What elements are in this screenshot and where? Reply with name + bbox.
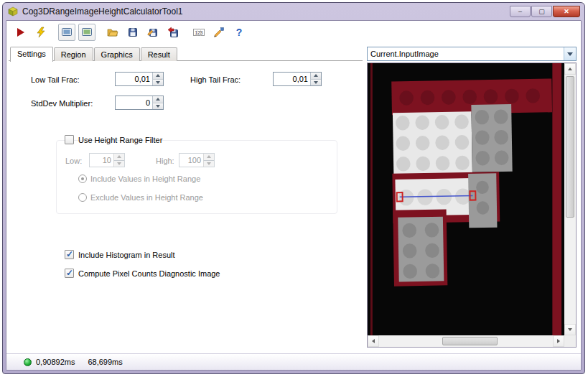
tab-graphics[interactable]: Graphics [94,47,140,61]
spin-up-button [203,154,214,161]
include-values-radio [78,174,87,183]
floppy-pen-icon [147,27,159,38]
spin-up-button[interactable] [152,96,163,103]
open-folder-icon [107,27,118,38]
image-window-icon [81,27,93,38]
low-label: Low: [65,157,82,165]
save-as-button[interactable] [144,24,162,41]
vertical-scrollbar[interactable] [564,63,576,335]
low-input: 10 [89,153,125,167]
minimize-button[interactable]: – [510,6,531,17]
maximize-button[interactable]: ▢ [531,6,552,17]
arrow-up-icon [568,68,572,70]
main-area: Settings Region Graphics Result Low Tail… [6,44,581,353]
maroon-left-strip [370,63,373,335]
spin-down-button[interactable] [152,80,163,86]
execution-time: 0,90892ms [36,358,75,366]
app-icon [7,6,19,17]
image-display [367,62,577,348]
include-values-label: Include Values in Height Range [90,174,200,183]
high-label: High: [156,157,174,165]
low-tail-frac-input[interactable]: 0,01 [115,72,164,86]
stddev-multiplier-input[interactable]: 0 [115,96,164,110]
total-time: 68,699ms [88,358,122,366]
pixel-grid-icon: 123 [193,27,205,38]
settings-panel: Low Tail Frac: 0,01 High Tail Frac: 0,01… [9,60,363,348]
stddev-multiplier-value: 0 [116,96,152,109]
graphics-tool-button[interactable] [210,24,228,41]
spin-down-button[interactable] [310,80,321,86]
pixel-values-button[interactable]: 123 [190,24,207,41]
include-histogram-label: Include Histogram in Result [78,251,175,259]
chevron-down-icon[interactable] [564,47,576,60]
high-tail-frac-label: High Tail Frac: [190,75,241,84]
minimize-icon: – [518,9,522,15]
left-panel: Settings Region Graphics Result Low Tail… [6,44,363,348]
record-selector-value: Current.InputImage [368,50,564,58]
show-current-image-button[interactable] [78,24,95,41]
low-value: 10 [90,154,113,167]
floppy-import-icon [167,27,179,38]
spin-down-button [203,161,214,167]
spin-up-button [113,154,124,161]
compute-pixel-counts-label: Compute Pixel Counts Diagnostic Image [78,269,220,278]
horizontal-scrollbar[interactable] [368,335,564,347]
open-button[interactable] [104,24,121,41]
close-icon: ✕ [564,9,569,15]
help-icon: ? [236,27,243,38]
arrow-down-icon [568,328,572,331]
maximize-icon: ▢ [538,9,545,15]
horizontal-scroll-thumb[interactable] [442,337,498,345]
status-led-icon [24,358,32,366]
exclude-values-radio [78,193,87,202]
client-area: 123 ? Set [6,20,582,371]
scroll-left-button[interactable] [368,335,379,347]
scroll-down-button[interactable] [564,324,576,335]
electric-run-button[interactable] [32,24,50,41]
close-button[interactable]: ✕ [553,6,580,17]
arrow-left-icon [372,339,375,343]
low-tail-frac-value: 0,01 [116,73,152,85]
show-lastrun-image-button[interactable] [58,24,75,41]
range-image-canvas[interactable] [368,63,564,335]
tab-settings[interactable]: Settings [10,47,53,62]
spin-down-button[interactable] [152,103,163,110]
maroon-right-strip [552,63,561,335]
high-tail-frac-input[interactable]: 0,01 [273,72,322,86]
svg-text:123: 123 [195,30,203,35]
include-histogram-checkbox[interactable] [65,250,74,259]
toolbar: 123 ? [6,21,581,44]
run-icon [15,27,27,38]
use-height-range-filter-label: Use Height Range Filter [78,136,162,144]
floppy-icon [127,27,139,38]
run-button[interactable] [12,24,29,41]
low-tail-frac-label: Low Tail Frac: [31,75,80,84]
record-selector[interactable]: Current.InputImage [367,47,577,61]
scroll-up-button[interactable] [564,63,576,75]
tab-region[interactable]: Region [54,47,93,61]
tool-window: Cog3DRangeImageHeightCalculatorTool1 – ▢… [2,2,585,374]
scroll-right-button[interactable] [553,335,564,347]
help-button[interactable]: ? [230,24,248,41]
stddev-multiplier-label: StdDev Multiplier: [31,99,93,108]
high-tail-frac-value: 0,01 [274,73,310,85]
arrow-right-icon [557,339,560,343]
spin-up-button[interactable] [310,73,321,80]
pencil-icon [213,27,225,38]
spin-up-button[interactable] [152,73,163,80]
import-button[interactable] [164,24,182,41]
compute-pixel-counts-checkbox[interactable] [65,269,74,278]
lightning-icon [35,27,47,38]
scrollbar-corner [564,335,576,347]
save-button[interactable] [124,24,141,41]
vertical-scroll-thumb[interactable] [566,76,574,218]
use-height-range-filter-checkbox[interactable] [65,135,74,144]
spin-down-button [113,161,124,167]
high-input: 100 [179,153,215,167]
screen: Cog3DRangeImageHeightCalculatorTool1 – ▢… [0,0,588,377]
image-display-icon [61,27,73,38]
exclude-values-label: Exclude Values in Height Range [90,193,203,202]
window-title: Cog3DRangeImageHeightCalculatorTool1 [22,6,182,17]
tab-result[interactable]: Result [141,47,177,61]
title-bar[interactable]: Cog3DRangeImageHeightCalculatorTool1 – ▢… [6,3,582,20]
